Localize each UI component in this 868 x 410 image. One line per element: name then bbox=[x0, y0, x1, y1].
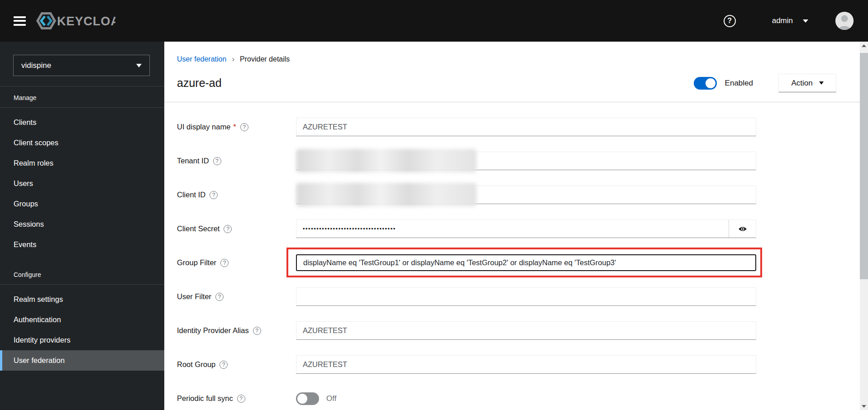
periodic-full-sync-toggle[interactable] bbox=[296, 392, 319, 405]
periodic-full-sync-control: Off bbox=[296, 389, 756, 408]
client-secret-input[interactable] bbox=[296, 220, 729, 238]
nav-items: Realm settingsAuthenticationIdentity pro… bbox=[0, 285, 164, 371]
sidebar-item-identity-providers[interactable]: Identity providers bbox=[0, 330, 164, 350]
field-label-text: Identity Provider Alias bbox=[177, 326, 249, 335]
breadcrumb-separator-icon: › bbox=[226, 55, 240, 64]
toggle-knob bbox=[706, 78, 715, 88]
arrow-down-icon bbox=[862, 405, 866, 408]
form-row-client-id: Client ID? bbox=[177, 186, 860, 204]
field-label-text: User Filter bbox=[177, 292, 211, 301]
provider-details-form: UI display name*?Tenant ID?Client ID?Cli… bbox=[164, 102, 860, 408]
realm-selector[interactable]: vidispine bbox=[13, 55, 150, 76]
redacted-value-blur bbox=[296, 149, 477, 172]
form-row-ui-display-name: UI display name*? bbox=[177, 118, 860, 136]
breadcrumb-current: Provider details bbox=[240, 55, 290, 63]
keycloak-logo-icon: KEYCLOAK bbox=[36, 11, 115, 30]
tenant-id-label: Tenant ID? bbox=[177, 157, 296, 165]
required-asterisk: * bbox=[233, 123, 236, 131]
action-label: Action bbox=[791, 79, 812, 88]
topbar: KEYCLOAK ? admin bbox=[0, 0, 868, 42]
keycloak-logo: KEYCLOAK bbox=[36, 11, 115, 30]
field-label-text: Client Secret bbox=[177, 224, 219, 233]
nav-group-manage: ManageClientsClient scopesRealm rolesUse… bbox=[0, 86, 164, 255]
sidebar-item-groups[interactable]: Groups bbox=[0, 194, 164, 214]
root-group-input[interactable] bbox=[296, 355, 756, 374]
arrow-up-icon bbox=[862, 44, 866, 47]
periodic-full-sync-state-label: Off bbox=[326, 394, 336, 403]
help-icon[interactable]: ? bbox=[215, 293, 224, 301]
client-id-control bbox=[296, 186, 756, 204]
periodic-full-sync-switch-wrap: Off bbox=[296, 389, 756, 408]
form-row-client-secret: Client Secret? bbox=[177, 219, 860, 238]
periodic-full-sync-label: Periodic full sync? bbox=[177, 394, 296, 403]
show-secret-button[interactable] bbox=[729, 220, 756, 238]
nav-group-title: Manage bbox=[0, 86, 164, 108]
sidebar-item-realm-settings[interactable]: Realm settings bbox=[0, 289, 164, 310]
client-secret-label: Client Secret? bbox=[177, 224, 296, 233]
topbar-right: ? admin bbox=[724, 12, 868, 30]
sidebar-item-authentication[interactable]: Authentication bbox=[0, 310, 164, 330]
sidebar-item-sessions[interactable]: Sessions bbox=[0, 214, 164, 234]
client-secret-input-group bbox=[296, 219, 756, 238]
enabled-label: Enabled bbox=[725, 79, 753, 88]
root-group-control bbox=[296, 355, 756, 374]
tenant-id-control bbox=[296, 152, 756, 170]
realm-selector-caret-icon bbox=[136, 64, 142, 67]
breadcrumb-link-user-federation[interactable]: User federation bbox=[177, 55, 226, 63]
identity-provider-alias-label: Identity Provider Alias? bbox=[177, 326, 296, 335]
help-icon[interactable]: ? bbox=[724, 15, 736, 27]
action-dropdown-button[interactable]: Action bbox=[778, 74, 836, 92]
form-row-user-filter: User Filter? bbox=[177, 287, 860, 306]
sidebar-item-users[interactable]: Users bbox=[0, 173, 164, 194]
form-row-periodic-full-sync: Periodic full sync?Off bbox=[177, 389, 860, 408]
sidebar-item-client-scopes[interactable]: Client scopes bbox=[0, 133, 164, 153]
help-icon[interactable]: ? bbox=[237, 395, 245, 403]
user-menu-label[interactable]: admin bbox=[772, 16, 793, 25]
group-filter-control bbox=[296, 253, 756, 272]
sidebar-item-clients[interactable]: Clients bbox=[0, 112, 164, 133]
user-filter-control bbox=[296, 287, 756, 306]
form-row-root-group: Root Group? bbox=[177, 355, 860, 374]
help-icon[interactable]: ? bbox=[240, 123, 248, 131]
sidebar-item-events[interactable]: Events bbox=[0, 234, 164, 255]
field-label-text: UI display name bbox=[177, 123, 230, 131]
help-icon[interactable]: ? bbox=[219, 361, 228, 369]
ui-display-name-input[interactable] bbox=[296, 118, 756, 136]
brand-text: KEYCLOAK bbox=[57, 14, 115, 28]
enabled-toggle[interactable] bbox=[694, 77, 717, 90]
field-label-text: Group Filter bbox=[177, 258, 216, 267]
field-label-text: Client ID bbox=[177, 191, 205, 199]
help-icon[interactable]: ? bbox=[220, 259, 229, 267]
scrollbar-thumb[interactable] bbox=[860, 53, 868, 279]
sidebar-item-user-federation[interactable]: User federation bbox=[0, 350, 164, 371]
user-menu-caret-icon[interactable] bbox=[803, 19, 808, 23]
scrollbar-up-arrow[interactable] bbox=[860, 42, 868, 49]
group-filter-label: Group Filter? bbox=[177, 258, 296, 267]
help-icon[interactable]: ? bbox=[210, 191, 218, 199]
breadcrumb: User federation › Provider details bbox=[164, 42, 860, 64]
identity-provider-alias-input[interactable] bbox=[296, 321, 756, 340]
form-row-identity-provider-alias: Identity Provider Alias? bbox=[177, 321, 860, 340]
field-label-text: Tenant ID bbox=[177, 157, 209, 165]
form-row-group-filter: Group Filter? bbox=[177, 253, 860, 272]
scrollbar-down-arrow[interactable] bbox=[860, 402, 868, 410]
help-icon[interactable]: ? bbox=[253, 327, 261, 335]
hamburger-menu-icon[interactable] bbox=[14, 16, 26, 26]
user-filter-input[interactable] bbox=[296, 287, 756, 306]
ui-display-name-label: UI display name*? bbox=[177, 123, 296, 131]
user-filter-label: User Filter? bbox=[177, 292, 296, 301]
avatar-icon bbox=[835, 12, 854, 30]
sidebar-nav: ManageClientsClient scopesRealm rolesUse… bbox=[0, 86, 164, 371]
group-filter-input[interactable] bbox=[296, 254, 756, 271]
sidebar-item-realm-roles[interactable]: Realm roles bbox=[0, 153, 164, 173]
nav-group-title: Configure bbox=[0, 271, 164, 285]
ui-display-name-control bbox=[296, 118, 756, 136]
help-icon[interactable]: ? bbox=[213, 157, 221, 165]
field-label-text: Root Group bbox=[177, 360, 215, 369]
help-icon[interactable]: ? bbox=[224, 225, 232, 233]
avatar[interactable] bbox=[835, 12, 854, 30]
redacted-value-blur bbox=[296, 183, 477, 206]
client-secret-control bbox=[296, 219, 756, 238]
action-caret-icon bbox=[819, 81, 824, 85]
page-header: azure-ad Enabled Action bbox=[164, 64, 860, 92]
